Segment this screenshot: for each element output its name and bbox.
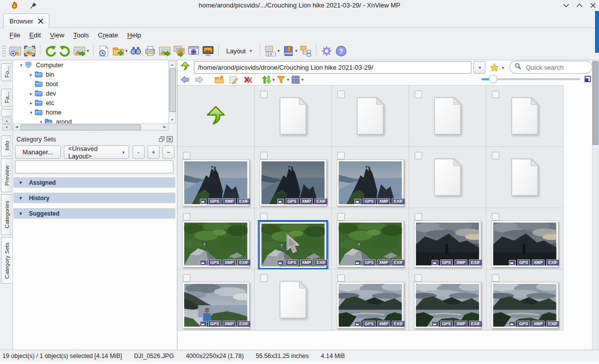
expander-icon[interactable]: ▾ [28, 110, 34, 115]
expander-icon[interactable]: ▾ [38, 120, 44, 124]
toolbar-drag-handle[interactable] [2, 45, 6, 57]
thumbnail-cell[interactable]: GPSXMPEXIF [177, 269, 255, 331]
item-checkbox[interactable] [492, 91, 499, 98]
item-checkbox[interactable] [337, 213, 345, 221]
item-checkbox[interactable] [415, 274, 422, 282]
tree-item-etc[interactable]: ▸etc [13, 98, 168, 108]
tree-item-computer[interactable]: ▾Computer [13, 60, 168, 70]
remove-category-button[interactable]: - [133, 145, 145, 159]
section-assigned[interactable]: ▼Assigned [13, 177, 175, 188]
panel-splitter[interactable]: ······ [75, 130, 115, 135]
view-image-button[interactable] [8, 43, 22, 58]
maximize-button[interactable] [575, 1, 585, 9]
compact-view-icon[interactable] [583, 75, 592, 84]
menu-edit[interactable]: Edit [25, 29, 45, 41]
go-up-button[interactable] [179, 61, 191, 73]
item-checkbox[interactable] [260, 274, 268, 282]
parent-folder-cell[interactable] [177, 86, 255, 147]
file-item-cell[interactable] [332, 86, 409, 147]
item-checkbox[interactable] [260, 213, 268, 221]
sort-button[interactable]: ▾ [262, 74, 275, 85]
fullscreen-button[interactable] [22, 43, 37, 58]
thumbnail-cell[interactable]: GPSXMPEXIF [177, 208, 255, 269]
tree-item-dev[interactable]: ▸dev [13, 89, 168, 98]
scroll-right-icon[interactable]: ▶ [162, 124, 167, 130]
item-checkbox[interactable] [183, 274, 190, 282]
item-checkbox[interactable] [492, 274, 499, 282]
section-history[interactable]: ▼History [13, 193, 175, 203]
folder-tree-button[interactable] [299, 43, 313, 58]
thumbnail-cell[interactable]: GPSXMPEXIF [177, 147, 255, 208]
item-checkbox[interactable] [337, 91, 345, 98]
dock-tab-partial[interactable] [1, 109, 12, 117]
slideshow-button[interactable] [201, 43, 215, 58]
settings-button[interactable] [319, 43, 334, 58]
tree-item-arond[interactable]: ▾arond [13, 117, 168, 123]
item-checkbox[interactable] [260, 152, 268, 159]
thumbnail-cell[interactable]: GPSXMPEXIF [332, 147, 409, 208]
item-checkbox[interactable] [337, 152, 345, 159]
filter-button[interactable]: ▾ [276, 74, 289, 85]
menu-view[interactable]: View [45, 29, 69, 41]
thumbnail-cell[interactable]: GPSXMPEXIF [409, 269, 486, 331]
expander-icon[interactable]: ▸ [28, 72, 34, 77]
open-folder-button[interactable]: ▾ [111, 43, 129, 58]
dock-tab-category-sets[interactable]: Category Sets [1, 237, 12, 284]
expander-icon[interactable]: ▸ [28, 91, 34, 96]
view-mode-button[interactable]: ▾ [291, 74, 303, 85]
tree-vscroll-thumb[interactable] [169, 68, 176, 112]
thumbnail-cell[interactable]: GPSXMPEXIF [409, 208, 486, 269]
item-checkbox[interactable] [415, 91, 422, 98]
close-button[interactable] [588, 1, 598, 9]
thumbnail-cell[interactable]: GPSXMPEXIF [486, 269, 564, 331]
thumbnail-cell[interactable]: GPSXMPEXIF [332, 208, 409, 269]
scroll-left-icon[interactable]: ◀ [14, 124, 19, 130]
rotate-ccw-button[interactable] [43, 43, 58, 58]
file-item-cell[interactable] [486, 147, 564, 208]
search-button[interactable] [129, 43, 143, 58]
file-item-cell[interactable] [409, 86, 486, 147]
item-checkbox[interactable] [260, 91, 268, 98]
pin-icon[interactable] [29, 1, 38, 10]
delete-button[interactable] [242, 74, 255, 85]
bookmarks-button[interactable]: ▾ [281, 43, 299, 58]
item-checkbox[interactable] [337, 274, 345, 282]
item-checkbox[interactable] [415, 152, 422, 159]
file-item-cell[interactable] [255, 86, 332, 147]
sort-thumbnails-button[interactable]: 1-5▾ [263, 43, 281, 58]
forward-button[interactable] [193, 74, 206, 85]
thumbnail-cell[interactable]: GPSXMPEXIF [255, 147, 332, 208]
menu-create[interactable]: Create [94, 29, 123, 41]
tilde-button[interactable]: ~ [162, 145, 174, 159]
expander-icon[interactable]: ▾ [18, 63, 24, 68]
item-checkbox[interactable] [183, 152, 190, 159]
menu-help[interactable]: Help [123, 29, 146, 41]
scroll-up-icon[interactable]: ▲ [169, 62, 175, 67]
move-copy-button[interactable]: ▾ [72, 43, 90, 58]
dock-tab-preview[interactable]: Preview [1, 158, 12, 192]
print-button[interactable] [143, 43, 157, 58]
item-checkbox[interactable] [492, 213, 499, 221]
quick-search[interactable] [509, 61, 593, 74]
panel-close-icon[interactable] [166, 136, 173, 142]
manager-button[interactable]: Manager... [15, 145, 61, 159]
file-item-cell[interactable] [255, 269, 332, 331]
file-item-cell[interactable] [486, 86, 564, 147]
favorites-button[interactable]: ▾ [489, 61, 507, 74]
panel-float-icon[interactable] [158, 136, 165, 142]
tree-item-home[interactable]: ▾home [13, 108, 168, 117]
menu-tools[interactable]: Tools [69, 29, 94, 41]
grid-scrollbar-thumb[interactable] [593, 61, 599, 145]
file-item-cell[interactable] [409, 147, 486, 208]
dock-tab-categories[interactable]: Categories [1, 194, 12, 235]
slider-thumb[interactable] [489, 75, 497, 83]
rename-button[interactable] [227, 74, 240, 85]
item-checkbox[interactable] [183, 213, 190, 221]
thumbnail-cell[interactable]: GPSXMPEXIF [332, 269, 409, 331]
batch-convert-button[interactable] [172, 43, 186, 58]
thumbnail-cell[interactable]: GPSXMPEXIF [255, 208, 332, 269]
dock-tab-fo[interactable]: Fo... [1, 63, 12, 81]
back-button[interactable] [178, 74, 191, 85]
dock-scroll-down-icon[interactable]: ▼ [2, 124, 11, 130]
new-folder-button[interactable] [213, 74, 226, 85]
